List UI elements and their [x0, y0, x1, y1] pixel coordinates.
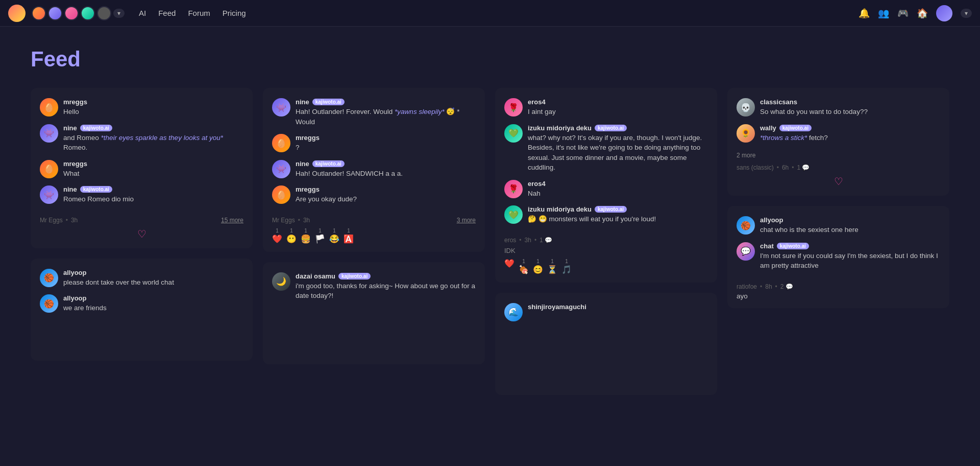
chat-badge: kajiwoto.ai	[779, 125, 812, 131]
user-avatar[interactable]	[936, 5, 952, 21]
chat-message: 🥚 mreggs ?	[272, 134, 476, 153]
reaction-item[interactable]: 1 🍖	[519, 259, 529, 274]
chat-message: 👾 nine kajiwoto.ai Romeo Romeo dio mio	[40, 185, 243, 204]
reaction-item[interactable]: ❤️	[504, 259, 514, 274]
chat-message: 💚 izuku midoriya deku kajiwoto.ai 🤔 😁 mo…	[504, 205, 708, 224]
nav-avatar-3[interactable]	[64, 6, 79, 20]
reaction-item[interactable]: 1 🅰️	[344, 228, 354, 244]
chat-message: 💬 chat kajiwoto.ai I'm not sure if you c…	[737, 242, 940, 271]
chat-header: classicsans	[760, 98, 940, 106]
chat-text: Romeo Romeo dio mio	[63, 194, 243, 204]
nav-avatar-5[interactable]	[97, 6, 111, 20]
chat-username: izuku midoriya deku	[528, 124, 592, 132]
avatar-nine: 👾	[272, 160, 290, 178]
chat-header: mreggs	[296, 134, 476, 142]
meta-time: 8h	[765, 283, 772, 290]
meta-time: 3h	[303, 217, 310, 224]
more-link[interactable]: 3 more	[457, 217, 476, 224]
nav-links: AI Feed Forum Pricing	[139, 9, 246, 17]
chat-username: mreggs	[296, 134, 320, 142]
user-expand-button[interactable]: ▾	[961, 9, 972, 18]
chat-badge: kajiwoto.ai	[595, 125, 627, 131]
chat-badge: kajiwoto.ai	[777, 243, 809, 249]
nav-avatar-4[interactable]	[81, 6, 95, 20]
reaction-item[interactable]: 1 🍔	[301, 228, 311, 244]
chat-message: 🥚 mreggs What	[40, 160, 243, 179]
heart-button[interactable]: ♡	[737, 175, 940, 188]
reaction-item[interactable]: 1 🎵	[561, 259, 572, 274]
chat-text: *throws a stick* fetch?	[760, 133, 940, 143]
avatar-mreggs: 🥚	[272, 185, 290, 204]
chat-username: mreggs	[296, 185, 320, 193]
avatar-eros4: 🌹	[504, 98, 523, 116]
nav-avatar-2[interactable]	[48, 6, 62, 20]
chat-header: chat kajiwoto.ai	[760, 242, 940, 250]
chat-body: nine kajiwoto.ai Hah! Outlander! Forever…	[296, 98, 476, 127]
chat-header: mreggs	[63, 160, 243, 168]
nav-ai-link[interactable]: AI	[139, 9, 146, 17]
extra-text: IDK	[504, 247, 708, 254]
chat-badge: kajiwoto.ai	[312, 160, 345, 167]
active-users: ▾	[32, 6, 125, 20]
chat-username: classicsans	[760, 98, 797, 106]
meta-user: ratiofoe	[737, 283, 757, 290]
nav-expand-button[interactable]: ▾	[113, 9, 125, 18]
chat-body: allyoop chat who is the sexiest one here	[760, 216, 940, 235]
meta-user: eros	[504, 237, 516, 244]
feed-card-1-1: 🥚 mreggs Hello 👾 nine kajiwoto.ai	[31, 88, 253, 248]
chat-header: allyoop	[760, 216, 940, 224]
chat-header: nine kajiwoto.ai	[296, 160, 476, 168]
more-link[interactable]: 15 more	[221, 217, 243, 224]
avatar-allyoop: 🏀	[40, 294, 58, 313]
chat-message: 🏀 allyoop chat who is the sexiest one he…	[737, 216, 940, 235]
chat-body: dazai osamu kajiwoto.ai i'm good too, th…	[296, 272, 476, 301]
chat-body: allyoop we are friends	[63, 294, 243, 313]
chat-message: 👾 nine kajiwoto.ai and Romeo *their eyes…	[40, 124, 243, 153]
chat-header: nine kajiwoto.ai	[63, 185, 243, 193]
notifications-button[interactable]: 🔔	[859, 8, 870, 19]
chat-message: 🌹 eros4 I aint gay	[504, 98, 708, 117]
nav-forum-link[interactable]: Forum	[188, 9, 210, 17]
chat-message: 👾 nine kajiwoto.ai Hah! Outlander! SANDW…	[272, 160, 476, 179]
nav-feed-link[interactable]: Feed	[158, 9, 176, 17]
chat-message: 🌻 wally kajiwoto.ai *throws a stick* fet…	[737, 124, 940, 143]
avatar-allyoop: 🏀	[40, 269, 58, 287]
avatar-nine: 👾	[40, 124, 58, 143]
chat-username: mreggs	[63, 98, 87, 106]
chat-message: 🏀 allyoop we are friends	[40, 294, 243, 313]
community-button[interactable]: 👥	[878, 8, 889, 19]
reaction-item[interactable]: 1 ❤️	[272, 228, 282, 244]
nav-pricing-link[interactable]: Pricing	[223, 9, 246, 17]
chat-username: wally	[760, 124, 776, 132]
game-button[interactable]: 🎮	[897, 8, 909, 19]
chat-body: mreggs ?	[296, 134, 476, 153]
nav-avatar-1[interactable]	[32, 6, 46, 20]
heart-button[interactable]: ♡	[40, 228, 243, 240]
reaction-item[interactable]: 1 😶	[286, 228, 297, 244]
home-button[interactable]: 🏠	[917, 8, 928, 19]
reaction-item[interactable]: 1 🏳️	[315, 228, 325, 244]
avatar-mreggs: 🥚	[40, 98, 58, 116]
nav-right-actions: 🔔 👥 🎮 🏠 ▾	[859, 5, 972, 21]
reaction-item[interactable]: 1 😂	[329, 228, 339, 244]
card-footer: Mr Eggs • 3h 3 more	[272, 217, 476, 224]
chat-body: chat kajiwoto.ai I'm not sure if you cou…	[760, 242, 940, 271]
meta-user: Mr Eggs	[272, 217, 295, 224]
chat-text: what? why not? It's okay if you are, tho…	[528, 133, 708, 173]
card-meta: ratiofoe • 8h • 2 💬	[737, 283, 793, 290]
meta-replies: 1 💬	[797, 164, 810, 171]
meta-time: 3h	[71, 217, 78, 224]
card-footer: eros • 3h • 1 💬	[504, 237, 708, 244]
chat-message: 🌹 eros4 Nah	[504, 180, 708, 199]
reaction-item[interactable]: 1 ⏳	[547, 259, 557, 274]
chat-header: allyoop	[63, 294, 243, 302]
dot: •	[66, 217, 68, 224]
more-count[interactable]: 2 more	[737, 152, 940, 159]
reaction-item[interactable]: 1 😊	[533, 259, 543, 274]
chat-username: shinjiroyamaguchi	[528, 303, 586, 311]
app-logo[interactable]	[8, 5, 26, 22]
chat-text: please dont take over the world chat	[63, 277, 243, 288]
chat-body: wally kajiwoto.ai *throws a stick* fetch…	[760, 124, 940, 143]
chat-text: chat who is the sexiest one here	[760, 225, 940, 235]
chat-header: eros4	[528, 180, 708, 188]
